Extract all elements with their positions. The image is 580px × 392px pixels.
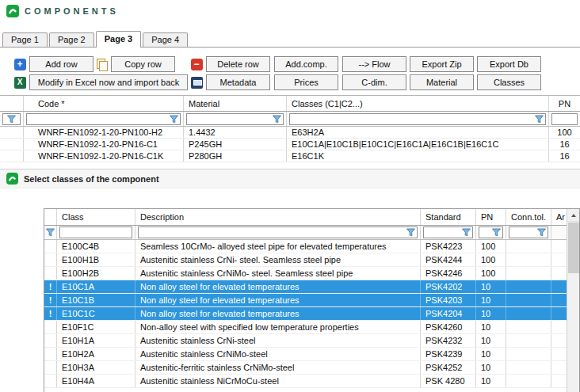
filter-standard-input[interactable] — [423, 226, 473, 238]
filter-pn-cell — [476, 226, 506, 239]
filter-selector[interactable] — [2, 113, 21, 125]
class-row[interactable]: E100H1BAustenitic stainless CrNi- steel.… — [44, 253, 568, 267]
excel-icon[interactable]: X — [13, 76, 26, 89]
add-icon[interactable]: + — [13, 58, 26, 70]
row-selector-cell — [0, 150, 24, 162]
pn-cell: 16 — [549, 150, 580, 162]
filter-pn-input[interactable] — [551, 113, 578, 125]
column-header-code[interactable]: Code * — [24, 96, 184, 111]
class-row[interactable]: E100C4BSeamless 10CrMo- alloyed steel pi… — [44, 240, 568, 253]
flow-button[interactable]: --> Flow — [342, 56, 406, 72]
filter-material-input[interactable] — [186, 113, 284, 125]
pn-cell: 10 — [476, 334, 506, 347]
tab-strip: Page 1 Page 2 Page 3 Page 4 — [0, 32, 580, 48]
row-selector-cell — [0, 127, 24, 138]
export-zip-button[interactable]: Export Zip — [410, 56, 474, 72]
export-db-button[interactable]: Export Db — [477, 56, 541, 72]
row-marker-cell — [44, 253, 57, 266]
column-header-ar[interactable]: Ar — [551, 209, 568, 225]
column-header-conn-tol[interactable]: Conn.tol. — [506, 209, 551, 225]
copy-icon[interactable] — [95, 58, 108, 70]
conn-tol-cell — [506, 280, 551, 293]
material-button[interactable]: Material — [410, 74, 474, 90]
filter-icon[interactable] — [46, 228, 55, 237]
scrollbar-thumb[interactable] — [568, 223, 579, 273]
filter-selector-cell — [0, 112, 24, 126]
add-comp-button[interactable]: Add.comp. — [274, 56, 338, 72]
filter-classes-cell — [287, 112, 549, 126]
toolbar-row-1: + Add row Copy row − Delete row Add.comp… — [0, 56, 580, 72]
components-row[interactable]: WNRF-EN1092-1-20-PN16-C1P245GHE10C1A|E10… — [0, 139, 580, 150]
standard-cell: PSK 4280 — [421, 375, 476, 387]
scrollbar-up-icon[interactable] — [567, 209, 579, 222]
class-row[interactable]: E10H4AAustenitic stainless NiCrMoCu-stee… — [44, 375, 568, 388]
class-row[interactable]: E10H2AAustenitic stainless CrNiMo-steelP… — [44, 348, 568, 361]
filter-icon — [535, 115, 544, 124]
app-header: COMPONENTS — [6, 5, 119, 17]
c-dim-button[interactable]: C-dim. — [342, 74, 406, 90]
material-cell: P280GH — [184, 150, 287, 162]
conn-tol-cell — [506, 361, 551, 374]
filter-pn-input[interactable] — [479, 226, 503, 238]
column-header-class[interactable]: Class — [57, 209, 135, 225]
class-row[interactable]: E100H2BAustenitic stainless CrNiMo- stee… — [44, 267, 568, 280]
prices-button[interactable]: Prices — [274, 74, 338, 90]
conn-tol-cell — [506, 240, 551, 253]
column-header-pn[interactable]: PN — [549, 96, 580, 111]
metadata-button[interactable]: Metadata — [206, 74, 270, 90]
filter-description-input[interactable] — [138, 226, 418, 238]
description-cell: Austenitic stainless CrNi- steel. Seamle… — [135, 253, 421, 266]
metadata-icon[interactable] — [190, 76, 203, 89]
row-marker-cell — [44, 321, 57, 333]
delete-row-button[interactable]: Delete row — [206, 56, 270, 72]
components-row[interactable]: WNRF-EN1092-1-20-PN16-C1KP280GHE16C1K16 — [0, 150, 580, 162]
row-marker-cell — [44, 375, 57, 387]
dialog-title: Select classes of the component — [24, 174, 159, 184]
class-row[interactable]: !E10C1ANon alloy steel for elevated temp… — [44, 280, 568, 294]
conn-tol-cell — [506, 307, 551, 320]
column-header-pn[interactable]: PN — [476, 209, 506, 225]
description-cell: Austenitic stainless CrNiMo- steel. Seam… — [135, 267, 421, 280]
components-table-body: WNRF-EN1092-1-20-PN100-H21.4432E63H2A100… — [0, 127, 580, 162]
column-header-material[interactable]: Material — [184, 96, 287, 111]
copy-row-button[interactable]: Copy row — [111, 56, 175, 72]
conn-tol-cell — [506, 321, 551, 333]
tab-page-2[interactable]: Page 2 — [49, 32, 94, 47]
row-marker-cell — [44, 348, 57, 360]
add-row-button[interactable]: Add row — [29, 56, 93, 72]
ar-cell — [551, 267, 568, 280]
tab-page-3[interactable]: Page 3 — [96, 31, 141, 47]
filter-conn-tol-input[interactable] — [509, 226, 548, 238]
tab-page-4[interactable]: Page 4 — [143, 32, 188, 47]
class-row[interactable]: E10H1AAustenitic stainless CrNi-steelPSK… — [44, 334, 568, 348]
standard-cell: PSK4203 — [421, 294, 476, 306]
column-header-standard[interactable]: Standard — [421, 209, 476, 225]
filter-icon — [7, 115, 16, 124]
class-row[interactable]: E10F1CNon-alloy steel with specified low… — [44, 321, 568, 334]
material-cell: P245GH — [184, 139, 287, 150]
classes-button[interactable]: Classes — [477, 74, 541, 90]
standard-cell: PSK4204 — [421, 307, 476, 320]
class-row[interactable]: !E10C1BNon alloy steel for elevated temp… — [44, 294, 568, 307]
code-cell: WNRF-EN1092-1-20-PN16-C1K — [24, 150, 184, 162]
filter-code-input[interactable] — [26, 113, 181, 125]
header-marker — [44, 209, 57, 225]
pn-cell: 100 — [549, 127, 580, 138]
modify-excel-button[interactable]: Modify in Excel now and import back — [29, 74, 188, 90]
classes-grid-filter-row — [44, 226, 568, 240]
filter-classes-input[interactable] — [289, 113, 546, 125]
column-header-classes[interactable]: Classes (C1|C2...) — [287, 96, 549, 111]
code-cell: WNRF-EN1092-1-20-PN16-C1 — [24, 139, 184, 150]
standard-cell: PSK4244 — [421, 253, 476, 266]
components-grid-filter-row — [0, 112, 580, 127]
tab-page-1[interactable]: Page 1 — [2, 32, 48, 47]
column-header-description[interactable]: Description — [135, 209, 421, 225]
class-row[interactable]: E10H3AAustenitic-ferritic stainless CrNi… — [44, 361, 568, 375]
ar-cell — [551, 280, 568, 293]
description-cell: Austenitic stainless CrNiMo-steel — [135, 348, 421, 360]
vertical-scrollbar[interactable] — [567, 209, 579, 392]
components-row[interactable]: WNRF-EN1092-1-20-PN100-H21.4432E63H2A100 — [0, 127, 580, 139]
delete-icon[interactable]: − — [190, 58, 203, 70]
class-row[interactable]: !E10C1CNon alloy steel for elevated temp… — [44, 307, 568, 321]
filter-class-input[interactable] — [59, 226, 132, 238]
